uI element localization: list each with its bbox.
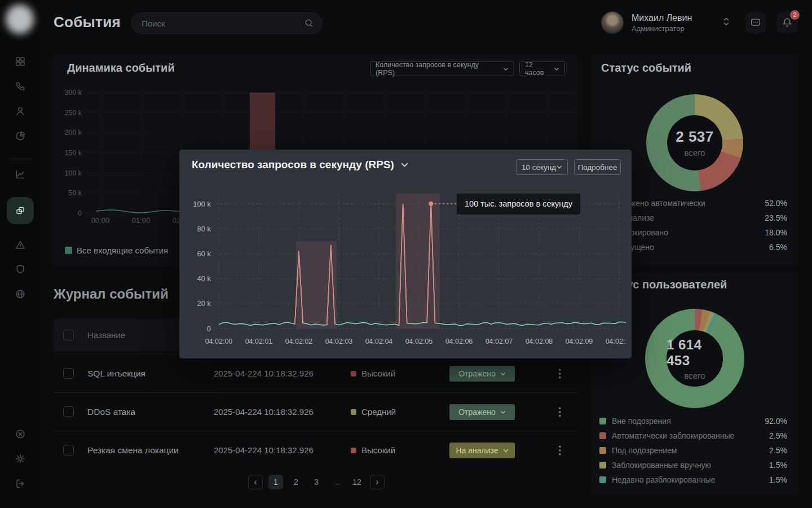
search-box[interactable] xyxy=(131,12,323,34)
event-datetime: 2025-04-224 10:18:32.926 xyxy=(214,369,314,378)
prev-page-button[interactable]: ‹ xyxy=(248,475,263,489)
svg-text:04:02:02: 04:02:02 xyxy=(285,338,313,345)
logout-icon xyxy=(15,478,26,489)
svg-text:150 k: 150 k xyxy=(64,149,82,157)
chevron-down-icon xyxy=(554,67,559,71)
svg-text:04:02:03: 04:02:03 xyxy=(325,338,353,345)
messages-button[interactable] xyxy=(745,12,766,33)
events-donut-chart: 2 537 всего xyxy=(646,94,743,191)
user-icon xyxy=(15,106,26,117)
svg-text:300 k: 300 k xyxy=(64,89,82,97)
next-page-button[interactable]: › xyxy=(370,475,385,489)
chevron-down-icon xyxy=(503,449,509,452)
svg-text:04:02:06: 04:02:06 xyxy=(445,338,473,345)
status-select[interactable]: Отражено xyxy=(449,366,515,382)
svg-text:00:00: 00:00 xyxy=(91,216,110,225)
chevron-down-icon xyxy=(500,372,506,375)
shield-icon xyxy=(15,264,26,275)
journal-title: Журнал событий xyxy=(54,286,169,302)
dynamics-title: Динамика событий xyxy=(67,62,175,75)
event-severity: Высокий xyxy=(351,445,395,455)
sidebar-item-logout[interactable] xyxy=(15,478,26,489)
svg-text:100 k: 100 k xyxy=(193,200,211,208)
svg-text:04:02:00: 04:02:00 xyxy=(205,338,233,345)
row-checkbox[interactable] xyxy=(63,406,74,417)
sidebar-item-pie-chart[interactable] xyxy=(15,130,26,142)
donut-legend-item: Автоматически заблокированные2.5% xyxy=(599,428,787,443)
severity-marker xyxy=(351,409,356,415)
dashboard-grid-icon xyxy=(15,56,26,67)
events-layers-icon xyxy=(15,205,26,216)
details-button[interactable]: Подробнее xyxy=(574,159,621,175)
dynamics-legend-item: Все входящие события xyxy=(65,246,168,255)
svg-text:0: 0 xyxy=(207,325,211,333)
svg-text:04:02:01: 04:02:01 xyxy=(245,338,273,345)
metric-select[interactable]: Количество запросов в секунду (RPS) xyxy=(370,61,514,76)
search-input[interactable] xyxy=(142,19,304,28)
user-unfold-icon[interactable] xyxy=(721,16,732,29)
page-button-1[interactable]: 1 xyxy=(268,475,283,489)
row-checkbox[interactable] xyxy=(63,368,74,379)
user-menu[interactable]: Михаил Левин Администратор xyxy=(601,11,692,34)
sidebar-item-globe[interactable] xyxy=(15,288,26,300)
status-select[interactable]: На анализе xyxy=(449,443,515,458)
sidebar-item-settings-gear[interactable] xyxy=(15,453,26,465)
pagination-ellipsis: … xyxy=(329,475,344,489)
svg-text:20 k: 20 k xyxy=(197,299,211,308)
row-menu-button[interactable] xyxy=(555,445,564,456)
status-select[interactable]: Отражено xyxy=(449,404,515,420)
row-menu-button[interactable] xyxy=(555,406,564,418)
page-button-12[interactable]: 12 xyxy=(350,475,364,489)
sidebar-item-alert-triangle[interactable] xyxy=(15,239,26,251)
sidebar-item-shield[interactable] xyxy=(15,264,26,275)
svg-text:01:00: 01:00 xyxy=(132,216,151,225)
sidebar-item-line-chart[interactable] xyxy=(15,169,26,180)
modal-title[interactable]: Количество запросов в секунду (RPS) xyxy=(192,159,408,171)
user-name: Михаил Левин xyxy=(632,13,692,23)
event-name: Резкая смена локации xyxy=(87,445,179,456)
sidebar-item-events-layers[interactable] xyxy=(7,197,34,224)
page-button-3[interactable]: 3 xyxy=(309,475,324,489)
sidebar-item-user[interactable] xyxy=(15,106,26,117)
rps-detail-modal: Количество запросов в секунду (RPS) 10 с… xyxy=(179,150,632,358)
legend-marker xyxy=(599,418,606,424)
page-button-2[interactable]: 2 xyxy=(289,475,303,489)
sidebar-item-phone[interactable] xyxy=(15,81,26,92)
table-row[interactable]: SQL инъекция2025-04-224 10:18:32.926Высо… xyxy=(54,354,578,392)
event-name: DDoS атака xyxy=(87,407,135,417)
select-all-checkbox[interactable] xyxy=(63,330,74,340)
phone-icon xyxy=(15,81,26,92)
pie-chart-icon xyxy=(15,130,26,142)
svg-text:04:02:09: 04:02:09 xyxy=(566,338,593,345)
severity-marker xyxy=(351,371,356,376)
chat-icon xyxy=(750,17,761,28)
notifications-button[interactable]: 2 xyxy=(776,12,798,33)
period-select[interactable]: 12 часов xyxy=(519,61,565,76)
alert-triangle-icon xyxy=(15,239,26,251)
bell-icon xyxy=(782,17,793,28)
sidebar xyxy=(0,0,41,508)
chevron-down-icon xyxy=(500,410,506,414)
line-chart-icon xyxy=(15,169,26,180)
row-menu-button[interactable] xyxy=(555,368,564,379)
settings-gear-icon xyxy=(15,453,26,465)
table-row[interactable]: DDoS атака2025-04-224 10:18:32.926Средни… xyxy=(54,392,578,431)
sidebar-item-dashboard-grid[interactable] xyxy=(15,56,26,67)
svg-text:40 k: 40 k xyxy=(197,274,211,283)
svg-text:100 k: 100 k xyxy=(64,169,82,177)
modal-period-select[interactable]: 10 секунд xyxy=(516,159,568,175)
globe-icon xyxy=(15,288,26,300)
svg-text:250 k: 250 k xyxy=(64,109,82,117)
pagination: ‹123…12› xyxy=(248,475,390,489)
sidebar-divider xyxy=(9,159,32,159)
svg-text:04:02:05: 04:02:05 xyxy=(405,338,433,345)
sidebar-item-support[interactable] xyxy=(15,428,26,440)
table-row[interactable]: Резкая смена локации2025-04-224 10:18:32… xyxy=(54,431,578,469)
severity-marker xyxy=(351,448,356,453)
avatar[interactable] xyxy=(601,11,624,34)
page-title: События xyxy=(54,14,121,31)
event-datetime: 2025-04-224 10:18:32.926 xyxy=(214,445,314,455)
row-checkbox[interactable] xyxy=(63,445,74,456)
svg-text:0: 0 xyxy=(78,209,82,217)
events-total: 2 537 xyxy=(676,128,714,146)
